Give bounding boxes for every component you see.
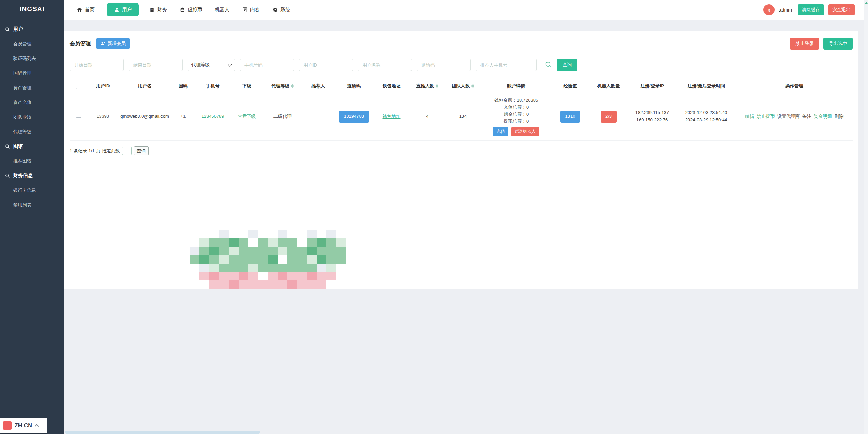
register-time: 2023-12-03 23:54:40 [677, 109, 736, 116]
bonus-total: 赠金总额：0 [481, 111, 551, 118]
login-ip: 169.150.222.76 [628, 116, 677, 124]
edit-link[interactable]: 编辑 [745, 113, 754, 120]
col-subordinate: 下级 [230, 83, 263, 89]
sidebar-item-team-performance[interactable]: 团队业绩 [0, 110, 64, 124]
user-icon [114, 7, 120, 13]
exp-badge[interactable]: 1310 [560, 111, 580, 123]
search-icon [5, 27, 10, 32]
cell-operations: 编辑 禁止提币 设置代理商 备注 资金明细 删除 [736, 113, 853, 120]
avatar[interactable]: a [763, 4, 775, 15]
cell-times: 2023-12-03 23:54:40 2024-03-29 12:50:44 [677, 109, 736, 124]
sort-icon[interactable] [436, 84, 438, 88]
username-input[interactable] [358, 59, 412, 71]
sidebar-section-graph[interactable]: 图谱 [0, 139, 64, 154]
sidebar-item-asset-recharge[interactable]: 资产充值 [0, 95, 64, 110]
give-robot-button[interactable]: 赠送机器人 [511, 127, 539, 136]
logout-button[interactable]: 安全退出 [828, 4, 855, 15]
phone-input[interactable] [240, 59, 294, 71]
export-selected-button[interactable]: 导出选中 [823, 38, 853, 50]
invite-code-input[interactable] [417, 59, 471, 71]
robot-count-badge[interactable]: 2/3 [601, 111, 617, 123]
nav-item-users[interactable]: 用户 [107, 3, 139, 16]
nav-item-finance[interactable]: ¥ 财务 [149, 7, 167, 13]
invite-code-badge[interactable]: 13294783 [339, 111, 369, 123]
sort-icon[interactable] [471, 84, 474, 88]
page-number-input[interactable] [122, 147, 132, 155]
set-agent-link[interactable]: 设置代理商 [777, 113, 800, 120]
nav-item-content[interactable]: 内容 [242, 7, 260, 13]
nav-label: 系统 [280, 7, 290, 13]
remark-link[interactable]: 备注 [802, 113, 812, 120]
end-date-input[interactable] [129, 59, 183, 71]
sidebar-item-captcha-list[interactable]: 验证码列表 [0, 51, 64, 66]
start-date-input[interactable] [70, 59, 124, 71]
main-content: 会员管理 新增会员 禁止登录 导出选中 代理等级 [64, 20, 864, 434]
nav-item-crypto[interactable]: 虚拟币 [180, 7, 202, 13]
delete-link[interactable]: 删除 [835, 113, 844, 120]
nav-item-robots[interactable]: 机器人 [215, 7, 229, 13]
sidebar-item-bank-card-info[interactable]: 银行卡信息 [0, 183, 64, 198]
table-header-row: 用户ID 用户名 国码 手机号 下级 代理等级 推荐人 邀请码 钱包地址 直推人… [70, 79, 853, 93]
select-all-checkbox[interactable] [76, 84, 81, 89]
pagination-summary: 1 条记录 1/1 页 指定页数 [70, 148, 120, 154]
nav-item-system[interactable]: 系统 [272, 7, 290, 13]
recharge-button[interactable]: 充值 [493, 127, 508, 136]
nav-label: 首页 [85, 7, 95, 13]
wallet-address-link[interactable]: 钱包地址 [373, 113, 410, 120]
page-title: 会员管理 [70, 40, 91, 47]
panel-header: 会员管理 新增会员 禁止登录 导出选中 [70, 31, 853, 50]
member-management-panel: 会员管理 新增会员 禁止登录 导出选中 代理等级 [64, 31, 858, 289]
col-direct-count[interactable]: 直推人数 [410, 83, 445, 89]
sidebar-item-asset-management[interactable]: 资产管理 [0, 81, 64, 95]
horizontal-scrollbar[interactable] [65, 431, 260, 434]
forbid-login-button[interactable]: 禁止登录 [790, 38, 819, 50]
nav-item-home[interactable]: 首页 [77, 7, 95, 13]
col-team-count[interactable]: 团队人数 [445, 83, 481, 89]
sidebar-item-country-code[interactable]: 国码管理 [0, 66, 64, 81]
col-account-details: 账户详情 [481, 83, 551, 89]
language-selector[interactable]: ZH-CN [0, 418, 47, 433]
col-country-code: 国码 [171, 83, 195, 89]
view-subordinates-link[interactable]: 查看下级 [230, 113, 263, 120]
sidebar-item-referral-graph[interactable]: 推荐图谱 [0, 154, 64, 168]
cell-phone: 123456789 [195, 113, 230, 120]
col-agent-level-label: 代理等级 [271, 83, 289, 89]
search-icon [5, 173, 10, 178]
withdraw-total: 提现总额：0 [481, 118, 551, 125]
sidebar-section-users[interactable]: 用户 [0, 22, 64, 37]
flag-icon [3, 421, 12, 430]
col-operations: 操作管理 [736, 83, 853, 89]
row-checkbox[interactable] [76, 113, 81, 118]
col-wallet-address: 钱包地址 [373, 83, 410, 89]
sidebar-item-agent-level[interactable]: 代理等级 [0, 124, 64, 139]
user-plus-icon [100, 41, 105, 46]
admin-username: admin [779, 7, 792, 13]
gear-icon [272, 7, 278, 13]
fund-details-link[interactable]: 资金明细 [814, 113, 832, 120]
referrer-phone-input[interactable] [476, 59, 537, 71]
sidebar-section-finance-info[interactable]: 财务信息 [0, 168, 64, 183]
col-register-last-login-time: 注册/最后登录时间 [677, 83, 736, 89]
add-member-button[interactable]: 新增会员 [96, 38, 130, 49]
cell-username: gmoweb3.0@gmail.com [119, 113, 171, 120]
vertical-scrollbar[interactable] [864, 0, 868, 434]
cell-direct-count: 4 [410, 113, 445, 120]
register-ip: 182.239.115.137 [628, 109, 677, 116]
sidebar-item-disabled-list[interactable]: 禁用列表 [0, 198, 64, 212]
clear-cache-button[interactable]: 清除缓存 [798, 4, 824, 15]
top-nav: 首页 用户 ¥ 财务 虚拟币 机器人 内容 系统 a admin 清除缓存 安全… [64, 0, 864, 20]
scroll-up-arrow-icon[interactable] [865, 2, 868, 4]
sidebar-item-member-management[interactable]: 会员管理 [0, 37, 64, 51]
search-icon [545, 61, 552, 68]
agent-level-select[interactable]: 代理等级 [188, 59, 235, 71]
user-id-input[interactable] [299, 59, 353, 71]
forbid-withdraw-link[interactable]: 禁止提币 [757, 113, 775, 120]
page-go-button[interactable]: 查询 [134, 146, 149, 155]
nav-label: 内容 [250, 7, 260, 13]
query-button[interactable]: 查询 [557, 59, 577, 71]
col-agent-level[interactable]: 代理等级 [263, 83, 302, 89]
cell-team-count: 134 [445, 113, 481, 120]
table-row: 13393 gmoweb3.0@gmail.com +1 123456789 查… [70, 93, 853, 141]
cell-country-code: +1 [171, 113, 195, 120]
sort-icon[interactable] [291, 84, 294, 88]
